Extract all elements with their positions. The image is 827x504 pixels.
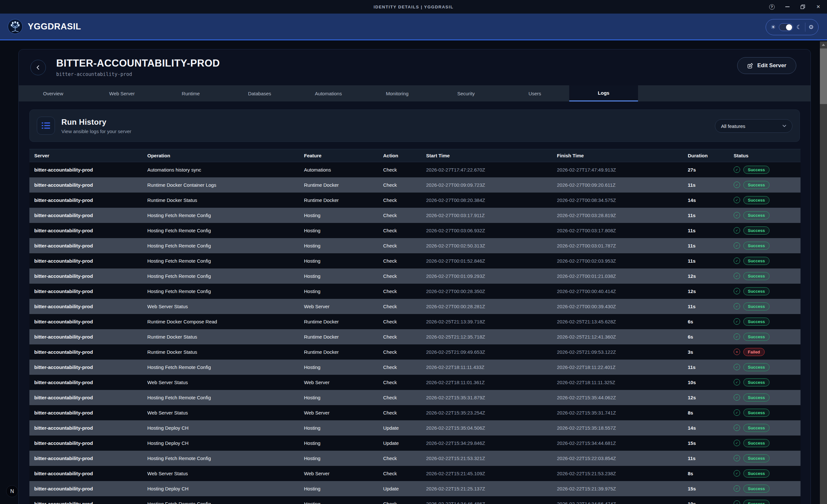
cell-start-time: 2026-02-25T21:09:49.653Z	[421, 344, 552, 360]
status-check-icon: ✓	[734, 500, 740, 504]
cell-action: Check	[378, 178, 421, 193]
table-row: bitter-accountability-prod Web Server St…	[30, 299, 800, 314]
cell-feature: Automations	[299, 162, 378, 178]
table-row: bitter-accountability-prod Hosting Fetch…	[30, 268, 800, 284]
tab-databases[interactable]: Databases	[225, 85, 294, 101]
table-row: bitter-accountability-prod Hosting Fetch…	[30, 238, 800, 253]
cell-feature: Runtime Docker	[299, 314, 378, 329]
table-row: bitter-accountability-prod Hosting Fetch…	[30, 208, 800, 223]
help-button[interactable]: ?	[768, 3, 775, 10]
table-row: bitter-accountability-prod Hosting Deplo…	[30, 436, 800, 451]
notification-bubble[interactable]: N	[6, 485, 18, 497]
table-row: bitter-accountability-prod Hosting Fetch…	[30, 360, 800, 375]
cell-operation: Web Server Status	[142, 375, 299, 390]
restore-icon	[800, 4, 806, 9]
cell-start-time: 2026-02-27T00:00:28.350Z	[421, 284, 552, 299]
status-check-icon: ✓	[734, 182, 740, 188]
cell-feature: Web Server	[299, 299, 378, 314]
cell-finish-time: 2026-02-27T00:00:39.430Z	[552, 299, 683, 314]
cell-finish-time: 2026-02-25T21:09:53.122Z	[552, 344, 683, 360]
back-button[interactable]	[30, 60, 46, 75]
status-badge: Success	[743, 211, 770, 219]
table-row: bitter-accountability-prod Runtime Docke…	[30, 178, 800, 193]
moon-icon[interactable]: ☾	[796, 24, 801, 30]
gear-icon[interactable]: ⚙	[809, 24, 814, 30]
status-badge: Success	[743, 485, 770, 493]
table-header-row: ServerOperationFeatureActionStart TimeFi…	[30, 149, 800, 162]
status-badge: Success	[743, 500, 770, 504]
cell-server: bitter-accountability-prod	[30, 238, 142, 253]
cell-operation: Web Server Status	[142, 299, 299, 314]
tab-logs[interactable]: Logs	[569, 85, 638, 101]
run-history-title: Run History	[61, 117, 132, 127]
status-badge: Failed	[743, 348, 765, 356]
status-badge: Success	[743, 317, 770, 326]
status-check-icon: ✓	[734, 227, 740, 234]
status-badge: Success	[743, 257, 770, 265]
cell-operation: Hosting Deploy CH	[142, 420, 299, 436]
page-title: BITTER-ACCOUNTABILITY-PROD	[56, 57, 220, 69]
cell-status: ✓ Success	[729, 481, 800, 496]
cell-server: bitter-accountability-prod	[30, 466, 142, 481]
cell-action: Check	[378, 253, 421, 268]
cell-operation: Hosting Fetch Remote Config	[142, 390, 299, 405]
feature-filter-dropdown[interactable]: All features	[715, 119, 792, 133]
theme-toggle[interactable]	[779, 23, 793, 31]
tab-users[interactable]: Users	[500, 85, 569, 101]
restore-button[interactable]	[799, 3, 806, 10]
cell-duration: 11s	[683, 451, 729, 466]
status-check-icon: ✓	[734, 288, 740, 294]
tab-overview[interactable]: Overview	[19, 85, 88, 101]
window-controls: ? ✕	[768, 0, 824, 13]
status-badge: Success	[743, 287, 770, 295]
sun-icon[interactable]: ☀	[771, 24, 776, 30]
tab-security[interactable]: Security	[432, 85, 500, 101]
tab-web-server[interactable]: Web Server	[88, 85, 156, 101]
cell-operation: Hosting Fetch Remote Config	[142, 496, 299, 504]
edit-server-button[interactable]: Edit Server	[737, 57, 796, 74]
table-row: bitter-accountability-prod Hosting Fetch…	[30, 390, 800, 405]
list-icon	[42, 122, 50, 129]
status-check-icon: ✓	[734, 455, 740, 461]
status-badge: Success	[743, 166, 770, 174]
cell-server: bitter-accountability-prod	[30, 162, 142, 178]
cell-finish-time: 2026-02-22T14:34:56.474Z	[552, 496, 683, 504]
logs-tab-content: Run History View ansible logs for your s…	[19, 101, 811, 504]
cell-finish-time: 2026-02-25T21:13:45.628Z	[552, 314, 683, 329]
cell-status: ✓ Success	[729, 329, 800, 344]
edit-pencil-icon	[747, 63, 753, 69]
cell-status: ✓ Success	[729, 238, 800, 253]
status-badge: Success	[743, 424, 770, 432]
status-badge: Success	[743, 181, 770, 189]
scroll-up-button[interactable]	[820, 41, 827, 48]
cell-server: bitter-accountability-prod	[30, 208, 142, 223]
scrollbar-thumb[interactable]	[820, 48, 827, 104]
feature-filter-value: All features	[721, 123, 745, 129]
status-check-icon: ✓	[734, 242, 740, 249]
cell-start-time: 2026-02-27T17:47:22.670Z	[421, 162, 552, 178]
minimize-button[interactable]	[784, 3, 791, 10]
cell-server: bitter-accountability-prod	[30, 405, 142, 420]
cell-action: Check	[378, 496, 421, 504]
cell-action: Check	[378, 238, 421, 253]
cell-server: bitter-accountability-prod	[30, 451, 142, 466]
cell-operation: Hosting Deploy CH	[142, 436, 299, 451]
tab-monitoring[interactable]: Monitoring	[363, 85, 432, 101]
column-header-action: Action	[378, 149, 421, 162]
app-header: YGGDRASIL ☀ ☾ ⚙	[0, 13, 827, 40]
cell-start-time: 2026-02-22T15:21:45.109Z	[421, 466, 552, 481]
close-button[interactable]: ✕	[815, 3, 822, 10]
cell-status: ✓ Success	[729, 436, 800, 451]
cell-feature: Web Server	[299, 405, 378, 420]
status-check-icon: ✓	[734, 485, 740, 492]
vertical-scrollbar[interactable]	[820, 41, 827, 504]
cell-server: bitter-accountability-prod	[30, 299, 142, 314]
cell-finish-time: 2026-02-22T15:21:53.238Z	[552, 466, 683, 481]
cell-status: ✓ Success	[729, 223, 800, 238]
cell-duration: 27s	[683, 162, 729, 178]
table-row: bitter-accountability-prod Hosting Fetch…	[30, 223, 800, 238]
cell-feature: Hosting	[299, 390, 378, 405]
cell-duration: 10s	[683, 496, 729, 504]
tab-automations[interactable]: Automations	[294, 85, 363, 101]
tab-runtime[interactable]: Runtime	[156, 85, 225, 101]
